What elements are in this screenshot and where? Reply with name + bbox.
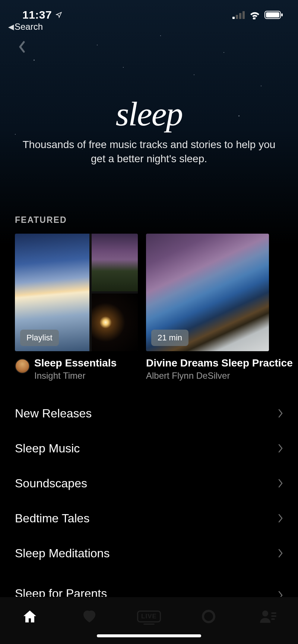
category-label: Sleep for Parents: [15, 587, 107, 597]
category-label: Soundscapes: [15, 477, 87, 490]
back-button[interactable]: [14, 39, 29, 54]
wifi-icon: [249, 10, 261, 19]
svg-rect-6: [281, 13, 283, 16]
back-app-label: Search: [15, 22, 43, 32]
chevron-left-icon: [18, 41, 25, 53]
svg-rect-1: [236, 15, 238, 19]
category-label: New Releases: [15, 407, 92, 420]
category-row[interactable]: Sleep Music: [15, 431, 283, 466]
live-icon: LIVE: [137, 611, 161, 622]
card-subtitle: Albert Flynn DeSilver: [146, 371, 293, 381]
tab-live[interactable]: LIVE: [137, 606, 161, 627]
category-list: New Releases Sleep Music Soundscapes Bed…: [15, 396, 283, 597]
status-bar: 11:37: [0, 0, 298, 30]
svg-point-8: [262, 611, 268, 616]
category-row[interactable]: Bedtime Tales: [15, 501, 283, 536]
category-row[interactable]: Sleep Meditations: [15, 536, 283, 571]
location-icon: [56, 12, 62, 18]
page-title: sleep: [22, 97, 276, 131]
svg-rect-2: [239, 13, 241, 19]
chevron-right-icon: [278, 408, 283, 419]
card-title: Divine Dreams Sleep Practice: [146, 357, 293, 369]
svg-rect-9: [271, 612, 276, 614]
hero: sleep Thousands of free music tracks and…: [0, 97, 298, 166]
tab-discover[interactable]: [197, 606, 221, 627]
tab-bar: LIVE: [0, 597, 298, 644]
featured-card-image: 21 min: [146, 234, 269, 351]
tab-home[interactable]: [18, 606, 42, 627]
svg-rect-3: [242, 11, 245, 19]
tab-favorites[interactable]: [77, 606, 101, 627]
svg-rect-11: [271, 618, 275, 620]
back-caret-icon: ◀︎: [8, 22, 14, 31]
chevron-right-icon: [278, 548, 283, 558]
battery-icon: [264, 10, 283, 19]
heart-icon: [82, 610, 97, 623]
circle-icon: [201, 609, 216, 624]
svg-point-7: [203, 611, 214, 622]
category-label: Sleep Meditations: [15, 547, 110, 560]
card-badge: 21 min: [151, 330, 188, 346]
chevron-right-icon: [278, 443, 283, 454]
tab-profile[interactable]: [256, 606, 280, 627]
featured-card[interactable]: 21 min Divine Dreams Sleep Practice Albe…: [146, 234, 293, 381]
category-row[interactable]: Sleep for Parents: [15, 571, 283, 597]
author-avatar: [15, 359, 30, 374]
svg-rect-5: [266, 12, 279, 17]
status-icons: [232, 10, 283, 19]
featured-heading: FEATURED: [15, 215, 67, 225]
category-label: Bedtime Tales: [15, 512, 89, 525]
page-subtitle: Thousands of free music tracks and stori…: [22, 138, 276, 166]
chevron-right-icon: [278, 513, 283, 523]
featured-card-image: Playlist: [15, 234, 138, 351]
featured-carousel[interactable]: Playlist Sleep Essentials Insight Timer …: [15, 234, 298, 381]
svg-rect-10: [271, 615, 276, 617]
chevron-right-icon: [278, 590, 283, 597]
profile-icon: [260, 610, 276, 623]
chevron-right-icon: [278, 478, 283, 488]
category-row[interactable]: Soundscapes: [15, 466, 283, 501]
card-subtitle: Insight Timer: [34, 371, 117, 381]
card-title: Sleep Essentials: [34, 357, 117, 369]
featured-card[interactable]: Playlist Sleep Essentials Insight Timer: [15, 234, 138, 381]
category-label: Sleep Music: [15, 442, 80, 455]
category-row[interactable]: New Releases: [15, 396, 283, 431]
home-indicator[interactable]: [97, 634, 201, 637]
home-icon: [23, 610, 37, 623]
svg-rect-0: [232, 17, 235, 19]
status-time: 11:37: [22, 9, 52, 21]
back-to-app[interactable]: ◀︎ Search: [8, 22, 43, 32]
card-badge: Playlist: [20, 330, 59, 346]
cell-signal-icon: [232, 11, 245, 19]
